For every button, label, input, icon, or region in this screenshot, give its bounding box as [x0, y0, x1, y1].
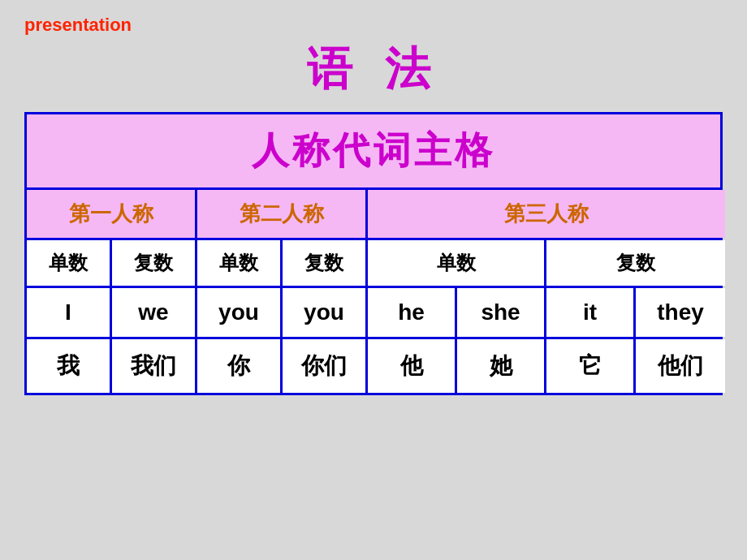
- pronoun-they: they: [636, 288, 725, 337]
- sp-cell-0: 单数: [27, 240, 112, 286]
- main-title: 语 法: [307, 39, 440, 101]
- sp-cell-3: 复数: [283, 240, 368, 286]
- pronoun-row: I we you you he she it they: [27, 288, 720, 339]
- pronoun-she: she: [457, 288, 546, 337]
- pronoun-we: we: [112, 288, 197, 337]
- person-header-row: 第一人称 第二人称 第三人称: [27, 190, 720, 240]
- table-title: 人称代词主格: [252, 129, 495, 171]
- sp-cell-2: 单数: [197, 240, 283, 286]
- table-title-row: 人称代词主格: [27, 114, 720, 190]
- pronoun-you-sg: you: [197, 288, 283, 337]
- pronoun-I: I: [27, 288, 112, 337]
- presentation-label: presentation: [24, 15, 132, 36]
- grammar-table: 人称代词主格 第一人称 第二人称 第三人称 单数 复数 单数 复数 单数 复数 …: [24, 112, 723, 395]
- third-person-header: 第三人称: [368, 190, 725, 238]
- header: presentation 语 法: [24, 15, 723, 101]
- chinese-wo: 我: [27, 339, 112, 393]
- pronoun-you-pl: you: [283, 288, 368, 337]
- sp-cell-5: 复数: [546, 240, 725, 286]
- pronoun-it: it: [546, 288, 636, 337]
- chinese-ni: 你: [197, 339, 283, 393]
- first-person-header: 第一人称: [27, 190, 197, 238]
- pronoun-he: he: [368, 288, 457, 337]
- second-person-header: 第二人称: [197, 190, 368, 238]
- chinese-row: 我 我们 你 你们 他 她 它 他们: [27, 339, 720, 393]
- singplur-row: 单数 复数 单数 复数 单数 复数: [27, 240, 720, 288]
- sp-cell-1: 复数: [112, 240, 197, 286]
- chinese-tamen: 他们: [636, 339, 725, 393]
- chinese-ta-f: 她: [457, 339, 546, 393]
- sp-cell-4: 单数: [368, 240, 546, 286]
- chinese-ta-m: 他: [368, 339, 457, 393]
- chinese-women: 我们: [112, 339, 197, 393]
- chinese-nimen: 你们: [283, 339, 368, 393]
- chinese-ta-n: 它: [546, 339, 636, 393]
